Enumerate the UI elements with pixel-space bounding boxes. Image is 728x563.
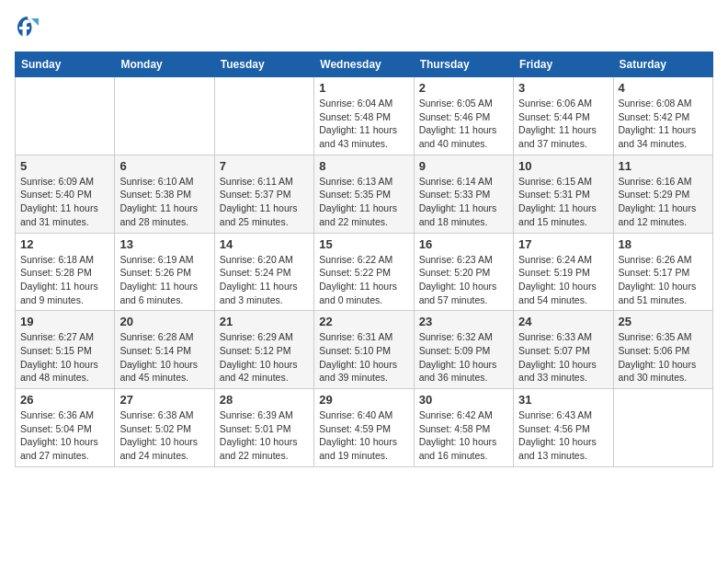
calendar-cell: 14Sunrise: 6:20 AM Sunset: 5:24 PM Dayli… xyxy=(214,233,313,311)
calendar-cell: 6Sunrise: 6:10 AM Sunset: 5:38 PM Daylig… xyxy=(115,155,214,233)
day-number: 24 xyxy=(518,315,608,328)
logo xyxy=(15,15,42,40)
calendar-cell: 31Sunrise: 6:43 AM Sunset: 4:56 PM Dayli… xyxy=(514,389,613,467)
day-number: 19 xyxy=(20,315,109,328)
day-number: 16 xyxy=(419,237,508,251)
day-info: Sunrise: 6:42 AM Sunset: 4:58 PM Dayligh… xyxy=(419,408,508,463)
weekday-header-monday: Monday xyxy=(115,52,214,77)
calendar-cell: 12Sunrise: 6:18 AM Sunset: 5:28 PM Dayli… xyxy=(16,233,115,311)
calendar-cell: 5Sunrise: 6:09 AM Sunset: 5:40 PM Daylig… xyxy=(16,155,115,233)
day-number: 13 xyxy=(119,237,209,251)
day-info: Sunrise: 6:05 AM Sunset: 5:46 PM Dayligh… xyxy=(419,97,508,151)
day-info: Sunrise: 6:23 AM Sunset: 5:20 PM Dayligh… xyxy=(419,253,508,307)
calendar-cell: 29Sunrise: 6:40 AM Sunset: 4:59 PM Dayli… xyxy=(314,389,414,467)
day-info: Sunrise: 6:27 AM Sunset: 5:15 PM Dayligh… xyxy=(20,330,109,385)
day-number: 22 xyxy=(319,315,408,328)
calendar-cell: 3Sunrise: 6:06 AM Sunset: 5:44 PM Daylig… xyxy=(514,77,613,155)
day-info: Sunrise: 6:26 AM Sunset: 5:17 PM Dayligh… xyxy=(619,253,708,307)
day-info: Sunrise: 6:18 AM Sunset: 5:28 PM Dayligh… xyxy=(20,253,109,307)
day-info: Sunrise: 6:36 AM Sunset: 5:04 PM Dayligh… xyxy=(20,408,109,463)
calendar-cell: 10Sunrise: 6:15 AM Sunset: 5:31 PM Dayli… xyxy=(514,155,613,233)
day-info: Sunrise: 6:16 AM Sunset: 5:29 PM Dayligh… xyxy=(619,175,708,229)
day-info: Sunrise: 6:14 AM Sunset: 5:33 PM Dayligh… xyxy=(419,175,508,229)
page-header xyxy=(15,15,713,40)
calendar-cell: 7Sunrise: 6:11 AM Sunset: 5:37 PM Daylig… xyxy=(214,155,313,233)
calendar-cell: 24Sunrise: 6:33 AM Sunset: 5:07 PM Dayli… xyxy=(514,311,613,389)
calendar-cell xyxy=(16,77,115,155)
calendar-cell: 2Sunrise: 6:05 AM Sunset: 5:46 PM Daylig… xyxy=(414,77,513,155)
calendar-cell: 11Sunrise: 6:16 AM Sunset: 5:29 PM Dayli… xyxy=(613,155,712,233)
calendar-cell: 26Sunrise: 6:36 AM Sunset: 5:04 PM Dayli… xyxy=(16,389,115,467)
day-number: 14 xyxy=(220,237,309,251)
day-info: Sunrise: 6:10 AM Sunset: 5:38 PM Dayligh… xyxy=(119,175,209,229)
day-number: 15 xyxy=(319,237,408,251)
calendar-table: SundayMondayTuesdayWednesdayThursdayFrid… xyxy=(15,52,713,467)
calendar-cell: 17Sunrise: 6:24 AM Sunset: 5:19 PM Dayli… xyxy=(514,233,613,311)
calendar-cell: 1Sunrise: 6:04 AM Sunset: 5:48 PM Daylig… xyxy=(314,77,414,155)
calendar-cell: 13Sunrise: 6:19 AM Sunset: 5:26 PM Dayli… xyxy=(115,233,214,311)
calendar-cell: 21Sunrise: 6:29 AM Sunset: 5:12 PM Dayli… xyxy=(214,311,313,389)
day-info: Sunrise: 6:04 AM Sunset: 5:48 PM Dayligh… xyxy=(319,97,408,151)
day-number: 12 xyxy=(20,237,109,251)
day-number: 29 xyxy=(319,393,408,407)
day-number: 30 xyxy=(419,393,508,407)
calendar-cell: 22Sunrise: 6:31 AM Sunset: 5:10 PM Dayli… xyxy=(314,311,414,389)
day-number: 3 xyxy=(518,81,608,95)
logo-icon xyxy=(15,15,40,40)
svg-marker-0 xyxy=(31,18,39,26)
calendar-cell xyxy=(613,389,712,467)
day-info: Sunrise: 6:13 AM Sunset: 5:35 PM Dayligh… xyxy=(319,175,408,229)
day-info: Sunrise: 6:28 AM Sunset: 5:14 PM Dayligh… xyxy=(119,330,209,385)
day-info: Sunrise: 6:38 AM Sunset: 5:02 PM Dayligh… xyxy=(119,408,209,463)
day-number: 27 xyxy=(119,393,209,407)
day-info: Sunrise: 6:32 AM Sunset: 5:09 PM Dayligh… xyxy=(419,330,508,385)
weekday-header-wednesday: Wednesday xyxy=(314,52,414,77)
day-number: 18 xyxy=(619,237,708,251)
calendar-cell: 28Sunrise: 6:39 AM Sunset: 5:01 PM Dayli… xyxy=(214,389,313,467)
day-number: 4 xyxy=(619,81,708,95)
day-info: Sunrise: 6:22 AM Sunset: 5:22 PM Dayligh… xyxy=(319,253,408,307)
calendar-week-1: 1Sunrise: 6:04 AM Sunset: 5:48 PM Daylig… xyxy=(16,77,713,155)
calendar-cell: 9Sunrise: 6:14 AM Sunset: 5:33 PM Daylig… xyxy=(414,155,513,233)
day-info: Sunrise: 6:43 AM Sunset: 4:56 PM Dayligh… xyxy=(518,408,608,463)
calendar-cell: 8Sunrise: 6:13 AM Sunset: 5:35 PM Daylig… xyxy=(314,155,414,233)
day-info: Sunrise: 6:24 AM Sunset: 5:19 PM Dayligh… xyxy=(518,253,608,307)
calendar-cell: 30Sunrise: 6:42 AM Sunset: 4:58 PM Dayli… xyxy=(414,389,513,467)
day-info: Sunrise: 6:20 AM Sunset: 5:24 PM Dayligh… xyxy=(220,253,309,307)
day-number: 31 xyxy=(518,393,608,407)
day-number: 17 xyxy=(518,237,608,251)
calendar-cell: 20Sunrise: 6:28 AM Sunset: 5:14 PM Dayli… xyxy=(115,311,214,389)
calendar-cell: 15Sunrise: 6:22 AM Sunset: 5:22 PM Dayli… xyxy=(314,233,414,311)
day-number: 28 xyxy=(220,393,309,407)
calendar-week-4: 19Sunrise: 6:27 AM Sunset: 5:15 PM Dayli… xyxy=(16,311,713,389)
weekday-header-tuesday: Tuesday xyxy=(214,52,313,77)
day-number: 21 xyxy=(220,315,309,328)
day-info: Sunrise: 6:31 AM Sunset: 5:10 PM Dayligh… xyxy=(319,330,408,385)
day-number: 2 xyxy=(419,81,508,95)
day-info: Sunrise: 6:08 AM Sunset: 5:42 PM Dayligh… xyxy=(619,97,708,151)
day-info: Sunrise: 6:33 AM Sunset: 5:07 PM Dayligh… xyxy=(518,330,608,385)
day-info: Sunrise: 6:29 AM Sunset: 5:12 PM Dayligh… xyxy=(220,330,309,385)
day-info: Sunrise: 6:15 AM Sunset: 5:31 PM Dayligh… xyxy=(518,175,608,229)
day-number: 7 xyxy=(220,159,309,173)
day-info: Sunrise: 6:39 AM Sunset: 5:01 PM Dayligh… xyxy=(220,408,309,463)
day-info: Sunrise: 6:09 AM Sunset: 5:40 PM Dayligh… xyxy=(20,175,109,229)
calendar-cell xyxy=(214,77,313,155)
calendar-cell: 25Sunrise: 6:35 AM Sunset: 5:06 PM Dayli… xyxy=(613,311,712,389)
weekday-header-thursday: Thursday xyxy=(414,52,513,77)
weekday-header-sunday: Sunday xyxy=(16,52,115,77)
day-number: 23 xyxy=(419,315,508,328)
calendar-cell: 16Sunrise: 6:23 AM Sunset: 5:20 PM Dayli… xyxy=(414,233,513,311)
day-number: 1 xyxy=(319,81,408,95)
day-number: 6 xyxy=(119,159,209,173)
calendar-header-row: SundayMondayTuesdayWednesdayThursdayFrid… xyxy=(16,52,713,77)
calendar-cell: 18Sunrise: 6:26 AM Sunset: 5:17 PM Dayli… xyxy=(613,233,712,311)
day-number: 11 xyxy=(619,159,708,173)
calendar-cell: 23Sunrise: 6:32 AM Sunset: 5:09 PM Dayli… xyxy=(414,311,513,389)
calendar-week-2: 5Sunrise: 6:09 AM Sunset: 5:40 PM Daylig… xyxy=(16,155,713,233)
day-number: 9 xyxy=(419,159,508,173)
day-info: Sunrise: 6:11 AM Sunset: 5:37 PM Dayligh… xyxy=(220,175,309,229)
day-info: Sunrise: 6:40 AM Sunset: 4:59 PM Dayligh… xyxy=(319,408,408,463)
day-info: Sunrise: 6:19 AM Sunset: 5:26 PM Dayligh… xyxy=(119,253,209,307)
day-number: 10 xyxy=(518,159,608,173)
